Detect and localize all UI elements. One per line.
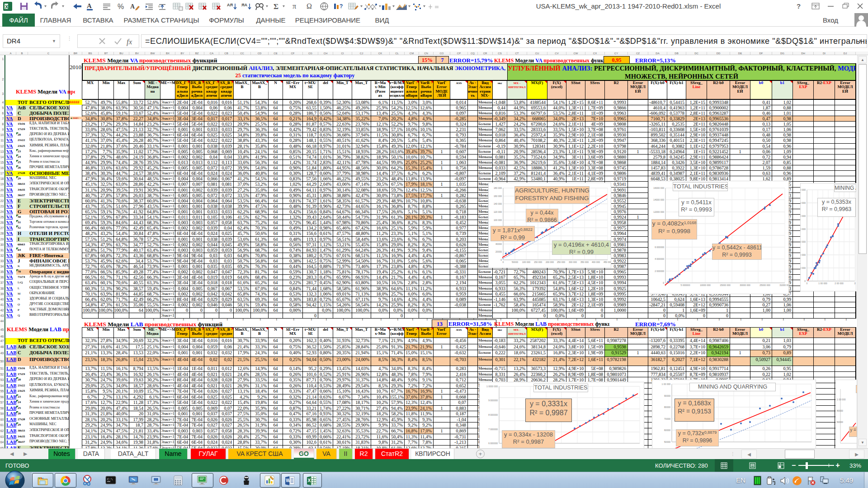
- svg-text:C:\: C:\: [107, 478, 113, 481]
- svg-text:8 000000: 8 000000: [488, 413, 498, 416]
- svg-text:80000: 80000: [664, 406, 670, 408]
- svg-text:0: 0: [663, 282, 664, 284]
- svg-text:350 000: 350 000: [580, 261, 589, 263]
- svg-text:160 000: 160 000: [494, 195, 502, 197]
- svg-text:1 00 000: 1 00 000: [801, 253, 806, 256]
- svg-text:450 000: 450 000: [604, 261, 611, 263]
- svg-text:u: u: [158, 5, 160, 8]
- svg-text:2 000000: 2 000000: [655, 270, 664, 272]
- svg-text:400 000: 400 000: [592, 261, 600, 263]
- svg-text:16000 000: 16000 000: [653, 187, 664, 189]
- svg-text:80000: 80000: [837, 409, 843, 412]
- svg-text:120 000: 120 000: [494, 211, 502, 213]
- svg-text:0: 0: [500, 258, 502, 261]
- svg-text:6 000000: 6 000000: [488, 442, 498, 445]
- svg-text:60000: 60000: [664, 429, 670, 432]
- svg-text:0: 0: [807, 282, 808, 285]
- svg-text:100 000: 100 000: [494, 219, 502, 221]
- svg-text:Ω: Ω: [307, 2, 312, 10]
- svg-text:31000 000: 31000 000: [779, 284, 788, 286]
- svg-text:2 50 000: 2 50 000: [801, 215, 806, 217]
- svg-text:?: ?: [340, 3, 343, 9]
- svg-text:200 000: 200 000: [546, 261, 554, 263]
- svg-text:1 00 000: 1 00 000: [837, 398, 846, 401]
- svg-text:АЯ: АЯ: [227, 3, 233, 7]
- svg-text:7 000000: 7 000000: [488, 428, 498, 431]
- svg-text:20000: 20000: [495, 250, 502, 253]
- svg-text:9 000000: 9 000000: [488, 399, 498, 402]
- svg-text:70000: 70000: [664, 418, 670, 420]
- svg-text:140 000: 140 000: [494, 202, 502, 205]
- svg-text:fx: fx: [127, 38, 132, 46]
- svg-text:50000: 50000: [512, 261, 518, 263]
- svg-text:A: A: [87, 2, 92, 9]
- svg-text:6 000000: 6 000000: [655, 246, 664, 249]
- svg-text:12000 000: 12000 000: [653, 211, 664, 213]
- svg-text:ЯА: ЯА: [241, 3, 247, 7]
- svg-text:2 00 000: 2 00 000: [801, 228, 806, 230]
- svg-text:3 00 000: 3 00 000: [801, 202, 806, 204]
- svg-text:Σ: Σ: [274, 2, 278, 11]
- svg-text:1 00 000: 1 00 000: [818, 282, 827, 285]
- svg-text:0: 0: [804, 280, 806, 282]
- svg-text:180 000: 180 000: [494, 187, 502, 189]
- svg-text:60000: 60000: [837, 421, 843, 423]
- svg-text:2 00 000: 2 00 000: [835, 282, 844, 285]
- svg-text:40000: 40000: [495, 243, 502, 245]
- svg-text:25000 000: 25000 000: [760, 284, 770, 286]
- svg-text:14000 000: 14000 000: [653, 198, 664, 201]
- svg-text:1 0000 000: 1 0000 000: [486, 385, 498, 388]
- svg-text:300 000: 300 000: [569, 261, 577, 263]
- svg-text:4 000000: 4 000000: [655, 258, 664, 260]
- svg-text:1 50 000: 1 50 000: [801, 240, 806, 243]
- svg-text:100 000: 100 000: [522, 261, 530, 263]
- svg-text:3: 3: [854, 282, 856, 285]
- svg-text:10000 000: 10000 000: [700, 284, 711, 286]
- svg-text:50000: 50000: [664, 441, 670, 443]
- svg-text:30000 000: 30000 000: [740, 284, 750, 286]
- svg-text:3 50 000: 3 50 000: [801, 188, 806, 191]
- svg-text:π: π: [292, 2, 296, 10]
- svg-text:5 000000: 5 000000: [681, 284, 690, 286]
- svg-text:X: X: [5, 4, 9, 9]
- svg-text:%: %: [118, 3, 124, 10]
- svg-text:A: A: [130, 3, 135, 10]
- svg-text:X: X: [308, 478, 311, 483]
- svg-text:90000: 90000: [664, 394, 670, 397]
- svg-text:0: 0: [503, 261, 504, 263]
- svg-text:?: ?: [797, 2, 801, 10]
- svg-text:250 000: 250 000: [557, 261, 565, 263]
- svg-text:15000 000: 15000 000: [720, 284, 731, 286]
- svg-text:50 000: 50 000: [801, 267, 806, 269]
- svg-text:150 000: 150 000: [534, 261, 542, 263]
- svg-text:1 00 000: 1 00 000: [662, 383, 671, 385]
